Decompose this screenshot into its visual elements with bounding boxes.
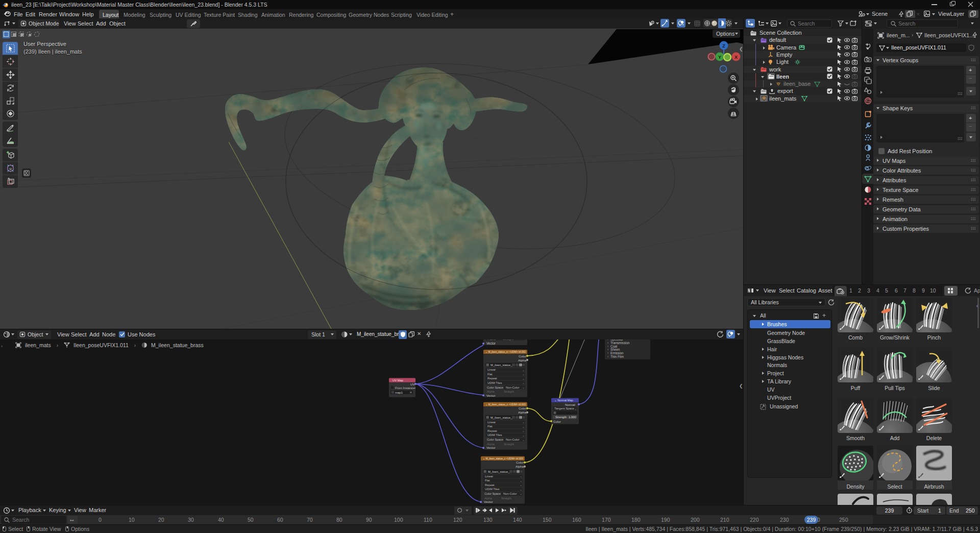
svg-text:map1: map1 [395, 391, 403, 394]
svg-text:Strength: Strength [555, 416, 567, 419]
svg-text:u: u [9, 166, 11, 171]
svg-text:Z: Z [722, 43, 725, 49]
svg-text:Vector: Vector [486, 342, 496, 345]
svg-text:Thin Film: Thin Film [610, 355, 624, 358]
svg-text:⌄ M_ileen_statue_m <UDIM>.bf.0: ⌄ M_ileen_statue_m <UDIM>.bf.002 [485, 350, 526, 353]
svg-text:✕: ✕ [409, 391, 412, 394]
svg-text:⌄ M_ileen_statue_c <UDIM>.bf.0: ⌄ M_ileen_statue_c <UDIM>.bf.003 [483, 457, 523, 460]
svg-text:UV Map: UV Map [393, 379, 403, 382]
svg-text:Tangent Space: Tangent Space [554, 407, 574, 410]
svg-text:⌄ Normal Map: ⌄ Normal Map [554, 399, 573, 402]
svg-text:›: › [607, 355, 608, 358]
svg-text:1.000: 1.000 [569, 416, 576, 419]
svg-text:X: X [734, 55, 738, 60]
svg-text:⌄ M_ileen_statue_n <UDIM>.bf.0: ⌄ M_ileen_statue_n <UDIM>.bf.003 [485, 403, 526, 406]
svg-text:From Instancer: From Instancer [395, 386, 415, 390]
svg-text:Color: Color [553, 420, 561, 423]
svg-text:Normal: Normal [565, 403, 575, 406]
svg-text:Y: Y [718, 55, 721, 60]
svg-text:⌄: ⌄ [574, 407, 577, 410]
